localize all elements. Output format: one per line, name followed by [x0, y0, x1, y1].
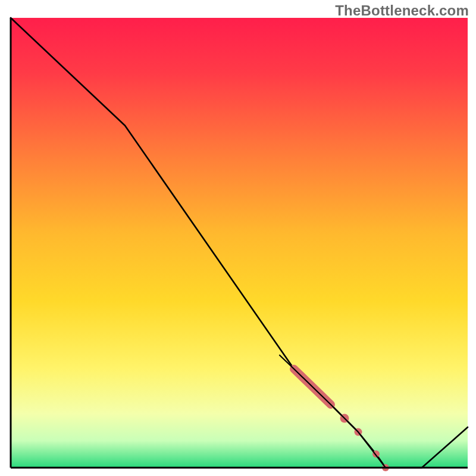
chart-stage: TheBottleneck.com — [0, 0, 476, 476]
bottleneck-chart — [0, 0, 476, 476]
watermark-label: TheBottleneck.com — [335, 2, 469, 19]
plot-area — [11, 18, 468, 471]
gradient-bg — [11, 18, 468, 468]
